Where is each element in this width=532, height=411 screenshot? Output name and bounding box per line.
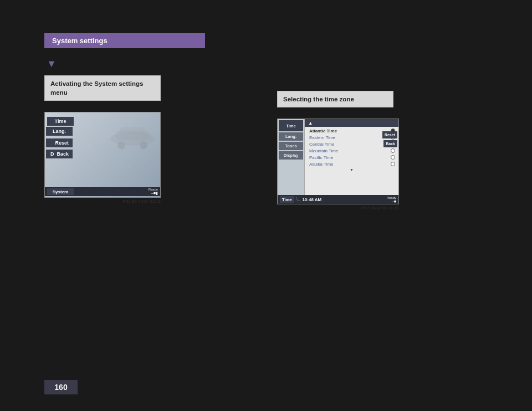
menu-overlay: Time Lang. Tones (45, 112, 160, 197)
tz-label-mountain: Mountain Time (309, 148, 338, 153)
left-screen-container: Time Lang. Tones (44, 112, 255, 204)
radio-alaska (391, 162, 395, 166)
back-button-right[interactable]: Back (383, 140, 397, 147)
tz-label-eastern: Eastern Time (309, 135, 335, 140)
radio-mountain (391, 148, 395, 153)
content-area: System settings ▼ Activating the System … (44, 33, 488, 377)
timezone-item-pacific-row: Pacific Time (305, 154, 398, 161)
lang-button[interactable]: Lang. (46, 127, 73, 136)
tz-label-atlantic: Atlantic Time (309, 129, 337, 133)
status-right: Ready –■▮ (149, 188, 158, 196)
tones-item[interactable]: Tones Reset (46, 138, 73, 147)
status-bar-right: Time 📞 10:48 AM Ready –■ (278, 195, 398, 204)
system-label: System (47, 188, 74, 195)
timezone-item-pacific[interactable]: Pacific Time (305, 154, 398, 161)
left-caption-box: Activating the System settings menu (44, 75, 161, 101)
tz-label-central: Central Time (309, 142, 334, 147)
part-number-left: P82.86-4257-31US (44, 199, 161, 204)
timezone-item-alaska-row: Alaska Time (305, 161, 398, 167)
right-screen-sidebar: Time Lang. Tones Display (278, 119, 304, 204)
timezone-header: ▲ Reset (305, 119, 398, 127)
tz-label-pacific: Pacific Time (309, 155, 333, 160)
lang-item[interactable]: Lang. (46, 127, 73, 136)
display-item[interactable]: Display Back (46, 150, 73, 158)
timezone-item-mountain[interactable]: Mountain Time (305, 147, 398, 154)
page-number-badge: 160 (44, 380, 78, 394)
right-caption-text: Selecting the time zone (283, 96, 354, 102)
radio-pacific (391, 155, 395, 160)
phone-icon: 📞 (295, 197, 300, 202)
scroll-down-indicator: ▼ (305, 167, 398, 172)
timezone-panel: ▲ Reset Atlantic Time (304, 119, 398, 204)
right-caption-box: Selecting the time zone (277, 91, 393, 107)
timezone-item-alaska[interactable]: Alaska Time (305, 161, 398, 167)
right-screen-container: Time Lang. Tones Display (277, 119, 488, 210)
left-caption-text: Activating the System settings menu (50, 80, 143, 96)
left-screen-mockup: Time Lang. Tones (44, 112, 161, 198)
lang-sidebar-btn[interactable]: Lang. (279, 132, 303, 141)
part-number-right: P82.86-4258-31US (277, 206, 399, 210)
right-caption-row: Selecting the time zone (277, 91, 488, 115)
status-icons-right: –■ (392, 199, 396, 203)
tz-label-alaska: Alaska Time (309, 162, 334, 167)
time-button[interactable]: Time (47, 117, 74, 126)
display-sidebar-btn[interactable]: Display (279, 151, 303, 160)
right-screen-mockup: Time Lang. Tones Display (277, 119, 399, 204)
left-column: Activating the System settings menu (44, 75, 255, 210)
status-left-right: Time 📞 10:48 AM (280, 196, 321, 203)
tones-sidebar-btn[interactable]: Tones (279, 142, 303, 150)
time-display: 10:48 AM (302, 197, 321, 202)
arrow-marker: ▼ (47, 58, 488, 70)
reset-button-right[interactable]: Reset (382, 131, 397, 138)
right-column: Selecting the time zone Time Lang. (277, 75, 488, 210)
time-status-label: Time (280, 196, 294, 203)
section-header: System settings (44, 33, 205, 48)
section-header-label: System settings (52, 37, 108, 45)
status-bar-left: System Ready –■▮ (45, 187, 160, 196)
status-icons-left: –■▮ (151, 191, 158, 196)
back-button-left[interactable]: Back (54, 150, 71, 158)
time-sidebar-btn[interactable]: Time (279, 120, 303, 131)
columns-layout: Activating the System settings menu (44, 75, 488, 210)
status-right-right: Ready –■ (387, 196, 396, 203)
reset-button-left[interactable]: Reset (52, 138, 71, 147)
timezone-header-title: ▲ (308, 120, 313, 126)
